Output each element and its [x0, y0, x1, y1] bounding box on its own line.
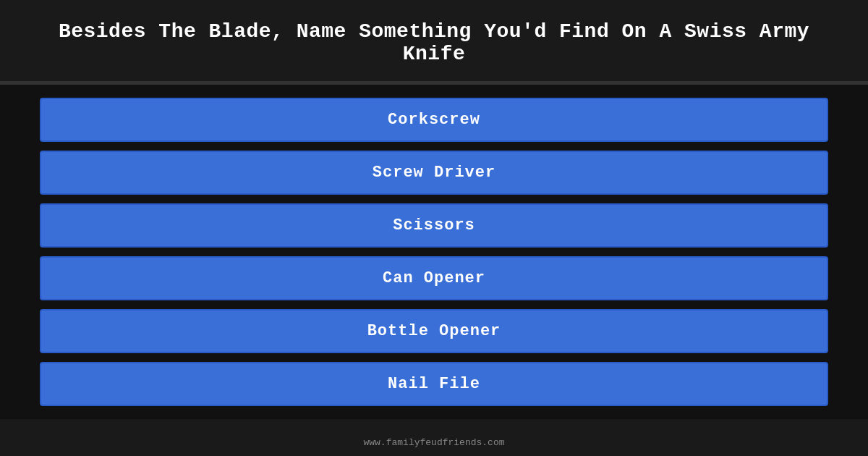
header: Besides The Blade, Name Something You'd … [0, 0, 868, 81]
answer-row-0[interactable]: Corkscrew [40, 98, 828, 142]
answer-text-4: Bottle Opener [367, 322, 501, 340]
answer-row-1[interactable]: Screw Driver [40, 151, 828, 195]
answer-text-2: Scissors [393, 216, 475, 235]
page-title: Besides The Blade, Name Something You'd … [59, 20, 809, 65]
answer-text-5: Nail File [388, 375, 480, 393]
answer-row-2[interactable]: Scissors [40, 203, 828, 248]
answer-text-1: Screw Driver [373, 164, 495, 182]
answer-text-0: Corkscrew [388, 111, 480, 129]
answer-text-3: Can Opener [383, 269, 485, 287]
answer-row-5[interactable]: Nail File [40, 362, 828, 406]
answer-row-4[interactable]: Bottle Opener [40, 309, 828, 353]
footer: www.familyfeudfriends.com [0, 436, 868, 449]
footer-url: www.familyfeudfriends.com [363, 437, 504, 448]
answer-row-3[interactable]: Can Opener [40, 256, 828, 300]
answers-list: Corkscrew Screw Driver Scissors Can Open… [0, 85, 868, 419]
